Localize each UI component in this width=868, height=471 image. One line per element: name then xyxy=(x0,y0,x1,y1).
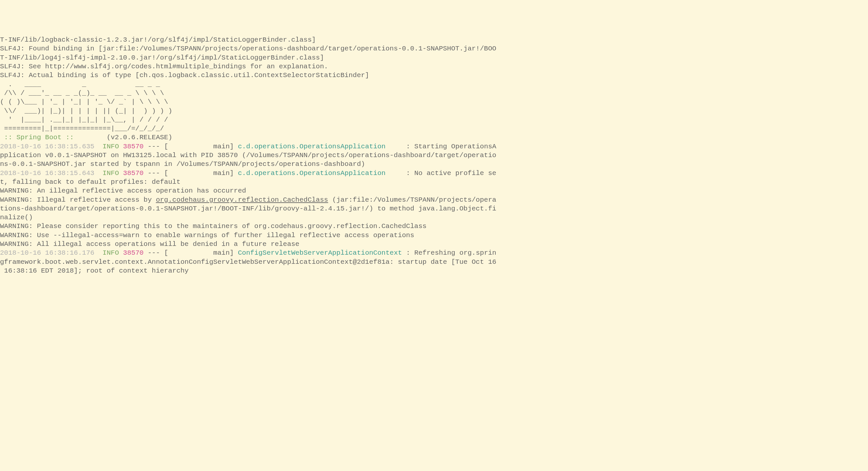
colon: : xyxy=(402,143,414,150)
log-line: T-INF/lib/logback-classic-1.2.3.jar!/org… xyxy=(0,35,868,44)
text: WARNING: An illegal reflective access op… xyxy=(0,187,246,195)
log-line: SLF4J: See http://www.slf4j.org/codes.ht… xyxy=(0,62,868,71)
pid: 38570 xyxy=(123,249,144,257)
ascii-art: ( ( )\___ | '_ | '_| | '_ \/ _` | \ \ \ … xyxy=(0,98,168,106)
bracket: ] xyxy=(230,169,238,177)
spring-boot-version: (v2.0.6.RELEASE) xyxy=(78,134,172,141)
text xyxy=(94,169,102,177)
logger-name: ConfigServletWebServerApplicationContext xyxy=(238,249,402,257)
text: (jar:file:/Volumes/TSPANN/projects/opera xyxy=(328,196,496,204)
log-level: INFO xyxy=(102,143,119,150)
log-level: INFO xyxy=(102,169,119,177)
log-message: No active profile se xyxy=(414,169,496,177)
text: SLF4J: Actual binding is of type [ch.qos… xyxy=(0,72,369,79)
pid: 38570 xyxy=(123,143,144,150)
text xyxy=(94,143,102,150)
log-continuation: 16:38:16 EDT 2018]; root of context hier… xyxy=(0,266,868,275)
warning-line: WARNING: All illegal access operations w… xyxy=(0,240,868,248)
log-line: SLF4J: Found binding in [jar:file:/Volum… xyxy=(0,44,868,53)
log-entry: 2018-10-16 16:38:15.635 INFO 38570 --- [… xyxy=(0,142,868,151)
logger-name: c.d.operations.OperationsApplication xyxy=(238,143,402,150)
banner-line: /\\ / ___'_ __ _ _(_)_ __ __ _ \ \ \ \ xyxy=(0,89,868,98)
text xyxy=(119,169,123,177)
text: T-INF/lib/log4j-slf4j-impl-2.10.0.jar!/o… xyxy=(0,54,324,62)
separator: --- [ xyxy=(144,169,168,177)
log-continuation: pplication v0.0.1-SNAPSHOT on HW13125.lo… xyxy=(0,151,868,160)
spring-boot-version-line: :: Spring Boot :: (v2.0.6.RELEASE) xyxy=(0,133,868,142)
timestamp: 2018-10-16 16:38:16.176 xyxy=(0,249,94,257)
banner-line: ( ( )\___ | '_ | '_| | '_ \/ _` | \ \ \ … xyxy=(0,98,868,106)
warning-line: WARNING: Illegal reflective access by or… xyxy=(0,196,868,204)
logger-name: c.d.operations.OperationsApplication xyxy=(238,169,402,177)
text: gframework.boot.web.servlet.context.Anno… xyxy=(0,258,496,266)
colon: : xyxy=(402,249,414,257)
text: WARNING: All illegal access operations w… xyxy=(0,240,300,248)
warning-line: WARNING: An illegal reflective access op… xyxy=(0,187,868,195)
banner-line: ' |____| .__|_| |_|_| |_\__, | / / / / xyxy=(0,115,868,124)
text: nalize() xyxy=(0,214,33,221)
ascii-art: =========|_|==============|___/=/_/_/_/ xyxy=(0,125,164,132)
log-message: Refreshing org.sprin xyxy=(414,249,496,257)
warning-line: WARNING: Use --illegal-access=warn to en… xyxy=(0,231,868,240)
text xyxy=(94,249,102,257)
log-line: T-INF/lib/log4j-slf4j-impl-2.10.0.jar!/o… xyxy=(0,53,868,62)
log-continuation: ns-0.0.1-SNAPSHOT.jar started by tspann … xyxy=(0,160,868,168)
text: 16:38:16 EDT 2018]; root of context hier… xyxy=(0,267,189,274)
log-entry: 2018-10-16 16:38:15.643 INFO 38570 --- [… xyxy=(0,169,868,178)
text: tions-dashboard/target/operations-0.0.1-… xyxy=(0,205,496,212)
banner-line: . ____ _ __ _ _ xyxy=(0,80,868,89)
text xyxy=(119,249,123,257)
warning-line: WARNING: Please consider reporting this … xyxy=(0,222,868,231)
terminal-output: T-INF/lib/logback-classic-1.2.3.jar!/org… xyxy=(0,35,868,275)
spring-boot-label: :: Spring Boot :: xyxy=(0,134,78,141)
text: WARNING: Illegal reflective access by xyxy=(0,196,156,204)
class-link[interactable]: org.codehaus.groovy.reflection.CachedCla… xyxy=(156,196,328,204)
bracket: ] xyxy=(230,143,238,150)
ascii-art: \\/ ___)| |_)| | | | | || (_| | ) ) ) ) xyxy=(0,107,172,115)
colon: : xyxy=(402,169,414,177)
timestamp: 2018-10-16 16:38:15.643 xyxy=(0,169,94,177)
text xyxy=(119,143,123,150)
log-continuation: gframework.boot.web.servlet.context.Anno… xyxy=(0,258,868,266)
thread-name: main xyxy=(168,143,230,150)
log-continuation: t, falling back to default profiles: def… xyxy=(0,178,868,187)
separator: --- [ xyxy=(144,249,168,257)
bracket: ] xyxy=(230,249,238,257)
log-continuation: nalize() xyxy=(0,213,868,222)
thread-name: main xyxy=(168,169,230,177)
banner-line: =========|_|==============|___/=/_/_/_/ xyxy=(0,124,868,133)
text: T-INF/lib/logback-classic-1.2.3.jar!/org… xyxy=(0,36,316,43)
log-entry: 2018-10-16 16:38:16.176 INFO 38570 --- [… xyxy=(0,248,868,257)
ascii-art: ' |____| .__|_| |_|_| |_\__, | / / / / xyxy=(0,116,168,124)
text: SLF4J: See http://www.slf4j.org/codes.ht… xyxy=(0,63,328,70)
text: t, falling back to default profiles: def… xyxy=(0,178,181,186)
pid: 38570 xyxy=(123,169,144,177)
ascii-art: /\\ / ___'_ __ _ _(_)_ __ __ _ \ \ \ \ xyxy=(0,90,164,97)
thread-name: main xyxy=(168,249,230,257)
text: pplication v0.0.1-SNAPSHOT on HW13125.lo… xyxy=(0,152,496,159)
log-line: SLF4J: Actual binding is of type [ch.qos… xyxy=(0,71,868,80)
text: WARNING: Please consider reporting this … xyxy=(0,223,427,230)
separator: --- [ xyxy=(144,143,168,150)
ascii-art: . ____ _ __ _ _ xyxy=(0,81,160,88)
log-continuation: tions-dashboard/target/operations-0.0.1-… xyxy=(0,204,868,213)
log-level: INFO xyxy=(102,249,119,257)
log-message: Starting OperationsA xyxy=(414,143,496,150)
text: SLF4J: Found binding in [jar:file:/Volum… xyxy=(0,45,496,53)
timestamp: 2018-10-16 16:38:15.635 xyxy=(0,143,94,150)
text: WARNING: Use --illegal-access=warn to en… xyxy=(0,232,414,239)
banner-line: \\/ ___)| |_)| | | | | || (_| | ) ) ) ) xyxy=(0,107,868,115)
text: ns-0.0.1-SNAPSHOT.jar started by tspann … xyxy=(0,160,365,168)
